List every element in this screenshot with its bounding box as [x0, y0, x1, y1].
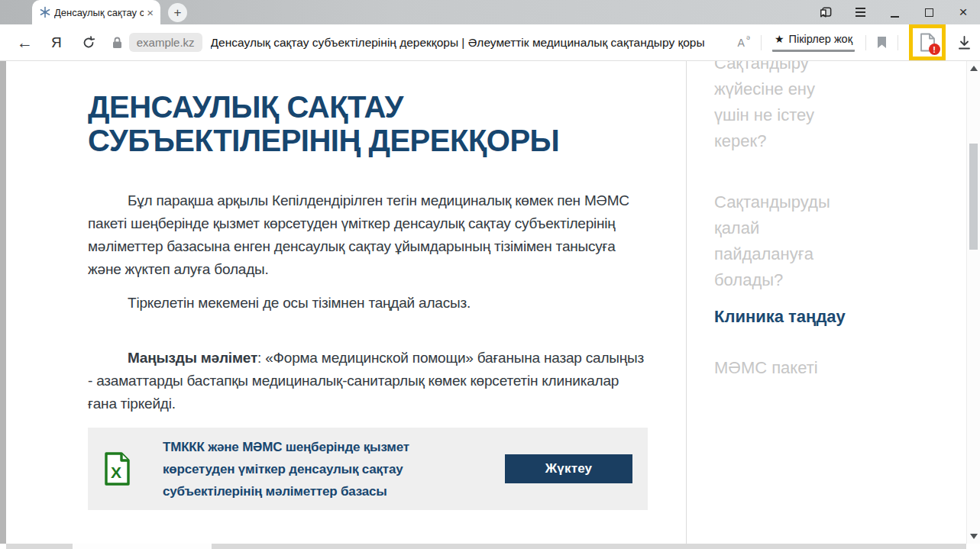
- divider: [865, 35, 866, 50]
- tab-bar: Денсаулық сақтау субъ × + ×: [0, 0, 980, 24]
- bookmark-icon[interactable]: [877, 36, 887, 49]
- excel-file-icon: X: [103, 451, 131, 486]
- horizontal-scrollbar[interactable]: [6, 544, 966, 549]
- sidebar-item-insurance-usage[interactable]: Сақтандыруды қалай пайдалануға болады?: [714, 189, 848, 293]
- paragraph-important: Маңызды мәлімет: «Форма медицинской помо…: [88, 347, 648, 415]
- address-bar-title[interactable]: Денсаулық сақтау субъектілерінің дерекқо…: [211, 36, 738, 50]
- scroll-down-arrow-icon[interactable]: [970, 534, 978, 539]
- reviews-button[interactable]: ★ Пікірлер жоқ: [772, 33, 855, 52]
- main-article: ДЕНСАУЛЫҚ САҚТАУ СУБЪЕКТІЛЕРІНІҢ ДЕРЕКҚО…: [6, 61, 686, 544]
- download-file-panel: X ТМККК және МӘМС шеңберінде қызмет көрс…: [88, 428, 648, 510]
- tab-close-icon[interactable]: ×: [147, 7, 154, 18]
- scroll-up-arrow-icon[interactable]: [970, 66, 978, 71]
- downloads-icon[interactable]: [958, 36, 971, 50]
- svg-text:X: X: [111, 463, 121, 481]
- window-controls: ×: [820, 0, 969, 24]
- download-file-description: ТМККК және МӘМС шеңберінде қызмет көрсет…: [163, 436, 422, 502]
- vertical-scrollbar[interactable]: [966, 61, 980, 544]
- minimize-button[interactable]: [888, 6, 901, 18]
- annotation-highlight-box: !: [909, 24, 946, 60]
- close-window-button[interactable]: ×: [957, 6, 969, 18]
- paragraph: Бұл парақша арқылы Кепілдендірілген тегі…: [88, 189, 648, 281]
- sidebar-item-msms-package[interactable]: МӘМС пакеті: [714, 355, 848, 381]
- star-icon: ★: [775, 33, 784, 45]
- sidebar-list: Сақтандыру жүйесіне ену үшін не істеу ке…: [714, 61, 966, 381]
- tab-title: Денсаулық сақтау субъ: [54, 7, 144, 18]
- reviews-label: Пікірлер жоқ: [788, 33, 852, 45]
- back-button[interactable]: ←: [17, 34, 33, 52]
- refresh-icon[interactable]: [82, 36, 95, 50]
- horizontal-scrollbar-thumb[interactable]: [73, 544, 212, 549]
- divider: [761, 35, 762, 50]
- browser-toolbar: ← Я example.kz Денсаулық сақтау субъекті…: [0, 24, 980, 61]
- url-domain-badge[interactable]: example.kz: [129, 33, 202, 52]
- error-badge: !: [929, 44, 940, 55]
- sidebar-item-clinic-choice[interactable]: Клиника таңдау: [714, 304, 966, 330]
- vertical-scrollbar-thumb[interactable]: [969, 144, 978, 250]
- page-title: ДЕНСАУЛЫҚ САҚТАУ СУБЪЕКТІЛЕРІНІҢ ДЕРЕКҚО…: [88, 90, 648, 157]
- page-left-gutter: [0, 61, 6, 544]
- new-tab-button[interactable]: +: [168, 3, 187, 22]
- favicon-snowflake-icon: [39, 6, 51, 18]
- sidebar-item-insurance-join[interactable]: Сақтандыру жүйесіне ену үшін не істеу ке…: [714, 61, 848, 154]
- translate-icon[interactable]: Aә: [738, 37, 750, 49]
- important-label: Маңызды мәлімет: [128, 350, 257, 366]
- paragraph: Тіркелетін мекемені де осы тізімнен таңд…: [88, 292, 648, 315]
- toolbar-right-cluster: Aә ★ Пікірлер жоқ !: [738, 24, 971, 60]
- tab-panel-icon[interactable]: [820, 6, 832, 18]
- menu-icon[interactable]: [854, 6, 866, 18]
- page-status-icon[interactable]: !: [920, 33, 936, 52]
- page-content: ДЕНСАУЛЫҚ САҚТАУ СУБЪЕКТІЛЕРІНІҢ ДЕРЕКҚО…: [0, 61, 980, 549]
- lock-icon[interactable]: [112, 37, 122, 49]
- yandex-logo-icon[interactable]: Я: [51, 34, 62, 51]
- maximize-button[interactable]: [923, 6, 935, 18]
- divider: [898, 35, 898, 50]
- browser-tab[interactable]: Денсаулық сақтау субъ ×: [32, 0, 160, 24]
- sidebar-nav: Сақтандыру жүйесіне ену үшін не істеу ке…: [687, 61, 966, 544]
- download-button[interactable]: Жүктеу: [505, 454, 632, 483]
